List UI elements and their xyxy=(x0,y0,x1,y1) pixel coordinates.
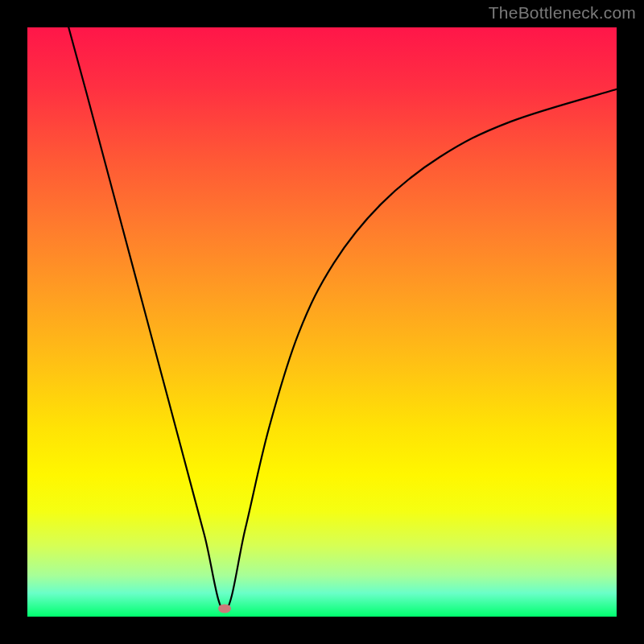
plot-area xyxy=(27,27,617,617)
chart-frame: TheBottleneck.com xyxy=(0,0,644,644)
optimum-marker xyxy=(218,604,231,613)
watermark-text: TheBottleneck.com xyxy=(489,3,636,23)
curve-svg xyxy=(27,27,617,617)
bottleneck-curve xyxy=(68,27,617,611)
